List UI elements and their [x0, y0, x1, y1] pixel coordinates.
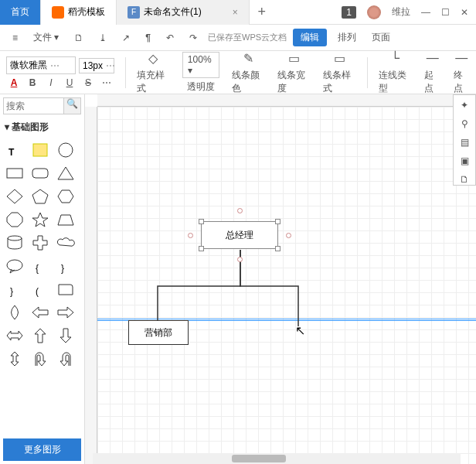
shape-arrow-lr[interactable]	[2, 324, 27, 347]
svg-marker-5	[58, 167, 73, 179]
tab-docker[interactable]: 稻壳模板	[41, 0, 117, 25]
sidebar: 🔍 ▾ 基础图形 T	[0, 94, 85, 464]
page-menu[interactable]: 页面	[367, 29, 395, 46]
redo-icon[interactable]: ↷	[185, 30, 202, 46]
svg-marker-6	[7, 189, 22, 203]
svg-marker-10	[32, 213, 48, 227]
shape-arrow-up[interactable]	[27, 324, 53, 347]
conn-type-button[interactable]: └连线类型	[372, 49, 418, 95]
font-select[interactable]: 微软雅黑⋯	[6, 56, 76, 74]
notification-badge[interactable]: 1	[342, 6, 356, 19]
shape-card[interactable]	[53, 278, 78, 301]
more-format-icon[interactable]: ⋯	[99, 77, 114, 88]
avatar[interactable]	[367, 5, 381, 19]
shape-pentagon[interactable]	[27, 185, 53, 208]
shape-roundrect[interactable]	[27, 162, 53, 185]
section-basic-shapes[interactable]: ▾ 基础图形	[0, 118, 84, 137]
end-point-button[interactable]: —终点	[447, 49, 476, 95]
shape-text[interactable]: T	[2, 138, 27, 162]
shape-octagon[interactable]	[2, 208, 27, 231]
shape-triangle[interactable]	[53, 162, 78, 185]
ruler-vertical	[85, 107, 97, 464]
canvas-area: 总经理 营销部 ↖ ✦ ⚲ ▤ ▣ 🗋	[85, 94, 476, 464]
new-tab-button[interactable]: +	[250, 4, 274, 20]
page-icon[interactable]: 🗋	[460, 174, 469, 185]
svg-point-2	[59, 143, 73, 157]
shape-arrow-ud[interactable]	[2, 347, 27, 370]
docker-icon	[52, 6, 64, 19]
shape-arrow-left[interactable]	[27, 301, 53, 324]
line-width-button[interactable]: ▭线条宽度	[271, 49, 317, 95]
more-shapes-button[interactable]: 更多图形	[3, 438, 81, 461]
line-style-button[interactable]: ▭线条样式	[317, 49, 362, 95]
shape-arrow-right[interactable]	[53, 301, 78, 324]
undo-icon[interactable]: ↶	[162, 30, 178, 46]
node-sales[interactable]: 营销部	[128, 320, 189, 345]
shape-rect[interactable]	[2, 162, 27, 185]
shape-callout[interactable]	[2, 254, 27, 278]
shape-diamond[interactable]	[2, 185, 27, 208]
save-icon[interactable]: 🗋	[70, 30, 88, 46]
menu-icon[interactable]: ≡	[8, 30, 22, 46]
export-icon[interactable]: ↗	[117, 30, 134, 46]
fill-style-button[interactable]: ◇填充样式	[131, 49, 176, 95]
svg-rect-3	[7, 169, 22, 178]
outline-icon[interactable]: ▣	[461, 155, 469, 166]
tab-home[interactable]: 首页	[0, 0, 41, 25]
close-window-icon[interactable]: ✕	[461, 7, 468, 18]
svg-text:}: }	[10, 286, 13, 297]
titlebar: 首页 稻壳模板 F未命名文件(1)× + 1 维拉 — ☐ ✕	[0, 0, 476, 25]
svg-marker-7	[32, 189, 48, 203]
shape-circle[interactable]	[53, 138, 78, 162]
shape-brace-right[interactable]: }	[53, 254, 78, 278]
italic-button[interactable]: I	[43, 77, 59, 88]
edit-button[interactable]: 编辑	[293, 29, 327, 46]
scrollbar-horizontal[interactable]	[93, 453, 461, 464]
svg-text:(: (	[36, 286, 39, 297]
format-painter-icon[interactable]: ¶	[141, 30, 155, 46]
compass-icon[interactable]: ✦	[461, 100, 468, 111]
right-panel: ✦ ⚲ ▤ ▣ 🗋	[453, 94, 476, 186]
tab-file[interactable]: F未命名文件(1)×	[117, 0, 250, 25]
shape-bracket-right[interactable]: }	[2, 278, 27, 301]
font-color-button[interactable]: A	[6, 77, 22, 88]
shape-uturn2[interactable]	[53, 347, 78, 370]
arrange-menu[interactable]: 排列	[333, 29, 361, 46]
shape-trapezoid[interactable]	[53, 208, 78, 231]
tab-docker-label: 稻壳模板	[68, 5, 105, 19]
shape-drop[interactable]	[2, 301, 27, 324]
zoom-select[interactable]: 100% ▾透明度	[176, 52, 226, 94]
search-input[interactable]: 🔍	[3, 97, 81, 114]
username: 维拉	[392, 5, 410, 19]
shape-brace-left[interactable]: {	[27, 254, 53, 278]
shape-hexagon[interactable]	[53, 185, 78, 208]
shape-star[interactable]	[27, 208, 53, 231]
svg-marker-11	[58, 215, 73, 225]
strikethrough-button[interactable]: S	[80, 77, 96, 88]
file-menu[interactable]: 文件 ▾	[29, 29, 63, 46]
maximize-icon[interactable]: ☐	[441, 7, 450, 18]
line-color-button[interactable]: ✎线条颜色	[226, 49, 271, 95]
size-select[interactable]: 13px⋯	[79, 58, 114, 73]
shape-note[interactable]	[27, 138, 53, 162]
search-icon[interactable]: 🔍	[63, 98, 80, 114]
canvas[interactable]: 总经理 营销部 ↖	[97, 107, 476, 464]
start-point-button[interactable]: —起点	[418, 49, 447, 95]
svg-marker-9	[7, 213, 22, 227]
bold-button[interactable]: B	[25, 77, 40, 88]
underline-button[interactable]: U	[62, 77, 77, 88]
close-icon[interactable]: ×	[233, 7, 238, 18]
search-right-icon[interactable]: ⚲	[461, 118, 468, 129]
shape-cloud[interactable]	[53, 231, 78, 254]
shape-cross[interactable]	[27, 231, 53, 254]
shape-arrow-down[interactable]	[53, 324, 78, 347]
shape-cylinder[interactable]	[2, 231, 27, 254]
layers-icon[interactable]: ▤	[461, 137, 469, 148]
shape-palette: T	[0, 137, 84, 435]
node-manager[interactable]: 总经理	[201, 221, 278, 249]
shape-paren[interactable]: (	[27, 278, 53, 301]
minimize-icon[interactable]: —	[421, 7, 430, 18]
cursor-icon: ↖	[295, 323, 305, 338]
shape-uturn[interactable]	[27, 347, 53, 370]
download-icon[interactable]: ⤓	[94, 30, 111, 46]
